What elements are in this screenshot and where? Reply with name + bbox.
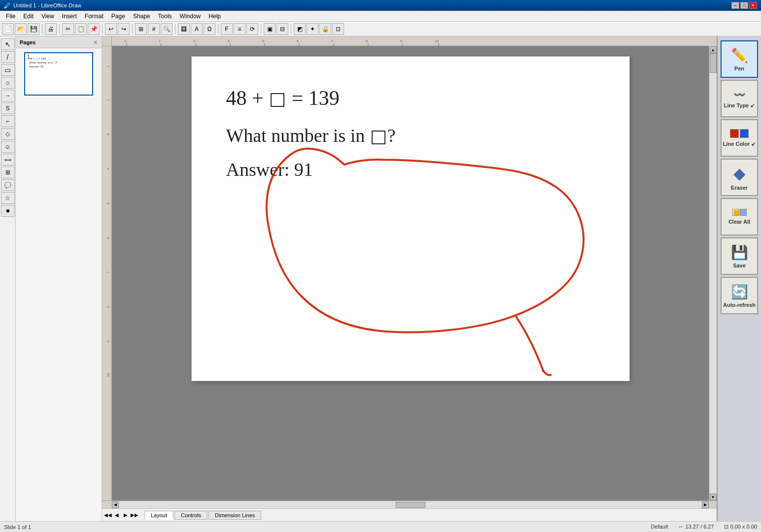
scroll-right-btn[interactable]: ▶ [702, 501, 709, 508]
thumb-question: What number is in □? [29, 61, 88, 65]
arrange-btn[interactable]: ▣ [264, 23, 276, 35]
menu-window[interactable]: Window [176, 12, 205, 21]
hash-btn[interactable]: # [148, 23, 160, 35]
svg-text:1: 1 [106, 66, 110, 67]
minimize-button[interactable]: ─ [731, 2, 739, 9]
nav-next-btn[interactable]: ▶ [122, 511, 130, 519]
text-btn[interactable]: A [191, 23, 203, 35]
tab-controls[interactable]: Controls [174, 511, 208, 520]
effects-btn[interactable]: ✦ [307, 23, 318, 35]
tab-layout[interactable]: Layout [144, 511, 173, 520]
menu-format[interactable]: Format [81, 12, 107, 21]
list-btn[interactable]: ≡ [234, 23, 245, 35]
ext-btn[interactable]: ⊡ [332, 23, 344, 35]
table-tool[interactable]: ⊞ [1, 166, 15, 178]
menu-tools[interactable]: Tools [154, 12, 176, 21]
save-tool[interactable]: 💾 Save [721, 237, 758, 275]
bottom-bar: ◀◀ ◀ ▶ ▶▶ Layout Controls Dimension Line… [102, 508, 717, 521]
page-thumb-1[interactable]: 1 48 + □ = 139 What number is in □? Answ… [24, 52, 93, 96]
svg-text:5: 5 [106, 202, 110, 204]
nav-first-btn[interactable]: ◀◀ [104, 511, 112, 519]
tab-dimension-lines[interactable]: Dimension Lines [208, 511, 261, 520]
callout-tool[interactable]: 💬 [1, 179, 15, 191]
grid-btn[interactable]: ⊞ [135, 23, 147, 35]
pen-tool[interactable]: ✏️ Pen [721, 40, 758, 78]
nav-last-btn[interactable]: ▶▶ [131, 511, 138, 519]
open-btn[interactable]: 📂 [15, 23, 27, 35]
sep5 [175, 24, 175, 34]
line-type-tool[interactable]: 〰️ Line Type ↙ [721, 80, 758, 117]
line-tool[interactable]: / [1, 51, 15, 63]
content-with-rulers: 1 2 3 4 5 6 7 8 9 10 [102, 36, 717, 521]
smiley-tool[interactable]: ☺ [1, 141, 15, 153]
fill-tool[interactable]: ■ [1, 205, 15, 217]
svg-rect-0 [112, 36, 709, 46]
menu-file[interactable]: File [2, 12, 19, 21]
close-button[interactable]: ✕ [749, 2, 757, 9]
curve-tool[interactable]: S [1, 102, 15, 114]
align-btn[interactable]: ⊟ [277, 23, 288, 35]
paste-btn[interactable]: 📌 [88, 23, 100, 35]
svg-text:2: 2 [106, 99, 110, 101]
menu-shape[interactable]: Shape [129, 12, 154, 21]
menu-page[interactable]: Page [107, 12, 129, 21]
eraser-label: Eraser [731, 185, 748, 191]
h-scrollbar[interactable]: ◀ ▶ [112, 501, 709, 508]
line-color-tool[interactable]: Line Color ↙ [721, 119, 758, 157]
shadow-btn[interactable]: ◩ [294, 23, 306, 35]
rotate-btn[interactable]: ⟳ [246, 23, 258, 35]
eraser-tool[interactable]: ◆ Eraser [721, 159, 758, 196]
clear-all-icon [732, 209, 747, 216]
select-tool[interactable]: ↖ [1, 38, 15, 50]
redo-btn[interactable]: ↪ [118, 23, 130, 35]
print-btn[interactable]: 🖨 [45, 23, 57, 35]
scroll-up-btn[interactable]: ▲ [710, 46, 717, 53]
right-panel: ✏️ Pen 〰️ Line Type ↙ Line Color ↙ ◆ Era… [717, 36, 761, 521]
menu-help[interactable]: Help [205, 12, 225, 21]
fontwork-btn[interactable]: F [221, 23, 233, 35]
toolbar: 📄 📂 💾 🖨 ✂ 📋 📌 ↩ ↪ ⊞ # 🔍 🖼 A Ω F ≡ ⟳ ▣ ⊟ … [0, 22, 761, 36]
scroll-left-btn[interactable]: ◀ [112, 501, 119, 508]
square-symbol-2 [372, 131, 385, 144]
ruler-vertical: 1 2 3 4 5 6 7 8 9 10 [102, 46, 112, 500]
zoom-btn[interactable]: 🔍 [161, 23, 173, 35]
ruler-v-svg: 1 2 3 4 5 6 7 8 9 10 [102, 46, 112, 500]
save-toolbar-btn[interactable]: 💾 [28, 23, 39, 35]
slide-answer: Answer: 91 [226, 159, 595, 180]
slide-scroll-area[interactable]: 48 + = 139 What number is in ? Answer: 9… [112, 46, 709, 500]
cut-btn[interactable]: ✂ [62, 23, 74, 35]
scroll-thumb[interactable] [710, 53, 717, 73]
h-scroll-corner [709, 501, 717, 508]
diamond-tool[interactable]: ◇ [1, 128, 15, 140]
v-scrollbar[interactable]: ▲ ▼ [709, 46, 717, 500]
star-tool[interactable]: ☆ [1, 192, 15, 204]
ellipse-tool[interactable]: ○ [1, 77, 15, 89]
menu-view[interactable]: View [37, 12, 58, 21]
pages-header: Pages × [16, 36, 102, 48]
menu-insert[interactable]: Insert [58, 12, 81, 21]
h-scroll-thumb[interactable] [396, 502, 425, 508]
page-nav: ◀◀ ◀ ▶ ▶▶ [102, 511, 140, 519]
image-btn[interactable]: 🖼 [178, 23, 190, 35]
ruler-h-svg: 1 2 3 4 5 6 7 8 9 10 [112, 36, 709, 46]
status-bar: Slide 1 of 1 Default ↔13.27 / 6.27 ⊡0.00… [0, 521, 761, 532]
scroll-down-btn[interactable]: ▼ [710, 494, 717, 500]
svg-text:9: 9 [400, 39, 402, 43]
svg-text:10: 10 [106, 373, 110, 377]
special-char-btn[interactable]: Ω [204, 23, 215, 35]
new-btn[interactable]: 📄 [2, 23, 14, 35]
lock-btn[interactable]: 🔒 [319, 23, 331, 35]
double-arrow-tool[interactable]: ⟺ [1, 154, 15, 166]
pages-title: Pages [20, 39, 94, 45]
maximize-button[interactable]: □ [740, 2, 748, 9]
copy-btn[interactable]: 📋 [75, 23, 87, 35]
connector-tool[interactable]: ⌐ [1, 115, 15, 127]
pages-close-button[interactable]: × [94, 38, 98, 46]
clear-all-tool[interactable]: Clear All [721, 198, 758, 235]
auto-refresh-tool[interactable]: 🔄 Auto-refresh [721, 277, 758, 314]
undo-btn[interactable]: ↩ [105, 23, 117, 35]
menu-edit[interactable]: Edit [19, 12, 37, 21]
rect-tool[interactable]: ▭ [1, 64, 15, 76]
arrow-tool[interactable]: → [1, 90, 15, 101]
nav-prev-btn[interactable]: ◀ [113, 511, 121, 519]
